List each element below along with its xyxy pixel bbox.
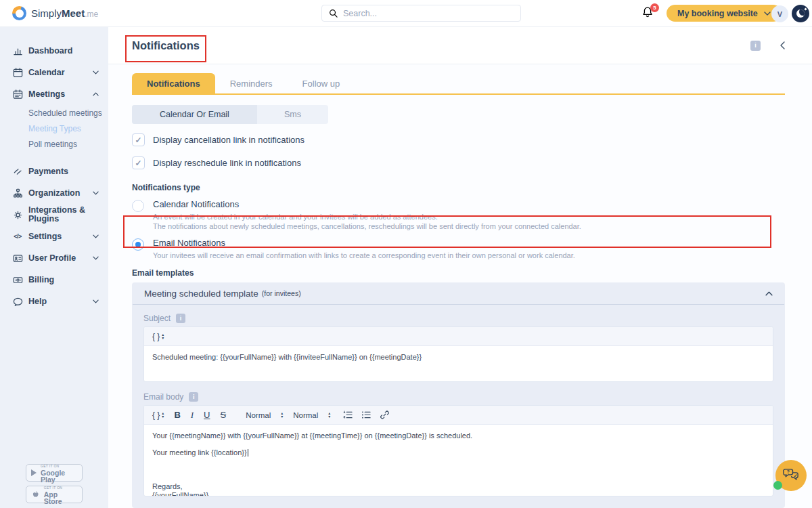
subject-editor: { } Scheduled meeting: {{yourFullName}} … xyxy=(143,326,773,382)
sidebar-subitem-poll-meetings[interactable]: Poll meetings xyxy=(28,136,108,152)
sidebar-item-user-profile[interactable]: User Profile xyxy=(0,247,108,269)
meetings-icon xyxy=(12,89,23,100)
app-root: SimplyMeet.me 5 My booking website V xyxy=(0,0,812,508)
integrations-icon xyxy=(12,209,23,220)
chevron-down-icon xyxy=(93,191,99,195)
email-notifications-radio[interactable] xyxy=(132,238,144,251)
google-play-badge[interactable]: GET IT ON Google Play xyxy=(26,464,83,482)
underline-button[interactable]: U xyxy=(204,410,210,420)
bullet-list-button[interactable] xyxy=(361,410,371,420)
reschedule-link-row: Display reschedule link in notifications xyxy=(132,156,785,170)
bold-button[interactable]: B xyxy=(174,410,180,420)
chevron-down-icon xyxy=(93,256,99,260)
sidebar-item-billing[interactable]: Billing xyxy=(0,269,108,291)
dashboard-icon xyxy=(12,45,23,56)
meeting-scheduled-panel-header[interactable]: Meeting scheduled template (for invitees… xyxy=(132,282,785,304)
insert-variable-button[interactable]: { } xyxy=(152,410,164,420)
page-info-icon[interactable] xyxy=(750,41,761,51)
sidebar-item-calendar[interactable]: Calendar xyxy=(0,62,108,83)
updown-arrows-icon xyxy=(328,412,330,418)
font-select[interactable]: Normal xyxy=(246,411,283,419)
cancellation-link-checkbox[interactable] xyxy=(132,133,145,146)
bullet-list-icon xyxy=(361,410,371,419)
subject-info-icon[interactable] xyxy=(176,314,185,323)
channel-tab-group: Calendar Or Email Sms xyxy=(132,105,328,124)
my-booking-website-button[interactable]: My booking website xyxy=(667,5,782,22)
app-logo[interactable]: SimplyMeet.me xyxy=(12,6,98,20)
notifications-count-badge: 5 xyxy=(650,3,659,12)
size-select[interactable]: Normal xyxy=(293,411,330,419)
logo-icon xyxy=(12,6,26,20)
collapse-panel-button[interactable] xyxy=(780,41,785,49)
chat-bubbles-icon: ? ✓ xyxy=(782,467,800,484)
notifications-bell-button[interactable]: 5 xyxy=(641,6,656,21)
chevron-down-icon xyxy=(764,12,771,16)
subject-input[interactable]: Scheduled meeting: {{yourFullName}} with… xyxy=(144,346,773,381)
updown-arrows-icon xyxy=(162,333,164,339)
ordered-list-button[interactable] xyxy=(343,410,353,420)
chevron-down-icon xyxy=(93,70,99,75)
sidebar-item-help[interactable]: Help xyxy=(0,291,108,312)
sidebar-item-meetings[interactable]: Meetings xyxy=(0,83,108,105)
email-body-info-icon[interactable] xyxy=(189,392,198,402)
tab-underline xyxy=(132,93,785,95)
billing-icon xyxy=(12,274,23,285)
insert-link-button[interactable] xyxy=(380,410,390,420)
sidebar: Dashboard Calendar Meetings Scheduled me… xyxy=(0,27,108,508)
page-header: Notifications xyxy=(108,27,812,64)
italic-button[interactable]: I xyxy=(191,410,194,421)
notifications-settings: Notifications Reminders Follow up Calend… xyxy=(108,73,812,508)
sidebar-item-dashboard[interactable]: Dashboard xyxy=(0,40,108,62)
tab-sms[interactable]: Sms xyxy=(257,105,328,124)
strikethrough-button[interactable]: S xyxy=(221,410,227,420)
search-input[interactable] xyxy=(343,9,514,18)
google-play-icon xyxy=(31,469,37,476)
dark-mode-toggle[interactable] xyxy=(792,5,809,22)
updown-arrows-icon xyxy=(281,412,283,418)
svg-text:✓: ✓ xyxy=(794,473,798,478)
tab-reminders[interactable]: Reminders xyxy=(215,73,288,93)
email-templates-heading: Email templates xyxy=(132,268,785,278)
tab-follow-up[interactable]: Follow up xyxy=(288,73,355,93)
email-body-input[interactable]: Your {{meetingName}} with {{yourFullName… xyxy=(144,425,773,496)
user-avatar[interactable]: V xyxy=(771,5,788,22)
global-search xyxy=(321,5,521,22)
user-profile-icon xyxy=(12,253,23,263)
subject-toolbar: { } xyxy=(144,327,773,346)
sidebar-item-payments[interactable]: Payments xyxy=(0,161,108,182)
payments-icon xyxy=(12,166,23,177)
tab-calendar-or-email[interactable]: Calendar Or Email xyxy=(132,105,257,124)
sidebar-subitem-scheduled-meetings[interactable]: Scheduled meetings xyxy=(28,105,108,121)
sidebar-item-organization[interactable]: Organization xyxy=(0,182,108,204)
chevron-left-icon xyxy=(780,41,785,49)
email-body-editor: { } B I U S Normal xyxy=(143,405,773,496)
chevron-down-icon xyxy=(93,234,99,238)
email-body-label-row: Email body xyxy=(143,391,773,402)
sidebar-subitem-meeting-types[interactable]: Meeting Types xyxy=(28,121,108,136)
app-store-badge[interactable]: GET IT ON App Store xyxy=(26,486,83,503)
calendar-notifications-option: Calendar Notifications An event will be … xyxy=(132,199,785,231)
sidebar-item-integrations-plugins[interactable]: Integrations & Plugins xyxy=(0,204,108,226)
page-title: Notifications xyxy=(132,39,200,52)
subject-label-row: Subject xyxy=(143,313,773,323)
notifications-type-heading: Notifications type xyxy=(132,183,785,192)
support-chat-button[interactable]: ? ✓ xyxy=(775,460,807,491)
top-header: SimplyMeet.me 5 My booking website V xyxy=(0,0,812,27)
email-notifications-option: Email Notifications Your invitees will r… xyxy=(132,238,785,260)
insert-variable-button[interactable]: { } xyxy=(152,332,164,341)
link-icon xyxy=(380,410,390,420)
sparkle-icon xyxy=(804,7,807,10)
option-description: Your invitees will receive an email conf… xyxy=(153,251,575,260)
calendar-notifications-radio[interactable] xyxy=(132,200,144,212)
help-icon xyxy=(12,296,23,307)
chevron-up-icon xyxy=(93,92,99,96)
settings-code-icon xyxy=(12,231,23,242)
sidebar-item-settings[interactable]: Settings xyxy=(0,226,108,247)
text-cursor xyxy=(248,449,249,457)
online-status-dot xyxy=(773,481,782,490)
tab-notifications[interactable]: Notifications xyxy=(132,73,215,93)
search-icon xyxy=(329,9,338,18)
ordered-list-icon xyxy=(343,410,353,419)
chevron-down-icon xyxy=(93,299,99,303)
reschedule-link-checkbox[interactable] xyxy=(132,156,145,169)
